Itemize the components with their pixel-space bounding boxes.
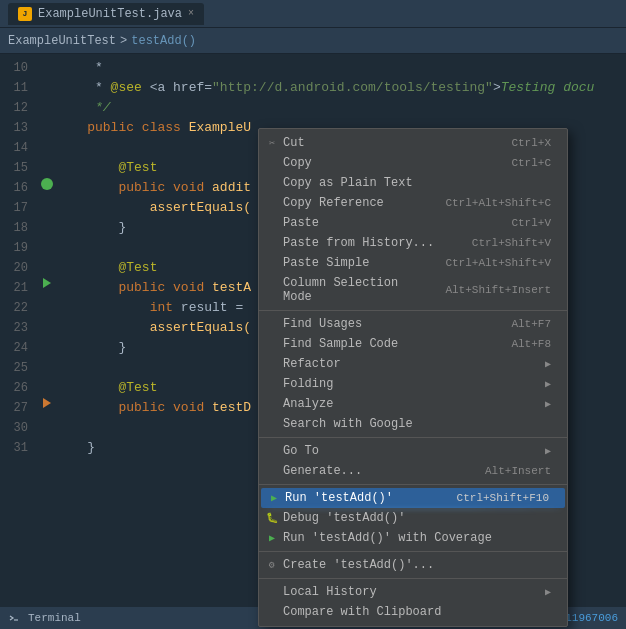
menu-debug-testadd-label: Debug 'testAdd()' xyxy=(283,511,531,525)
menu-paste-simple-shortcut: Ctrl+Alt+Shift+V xyxy=(445,257,551,269)
separator-3 xyxy=(259,484,567,485)
menu-create-testadd-label: Create 'testAdd()'... xyxy=(283,558,531,572)
tab-close-button[interactable]: × xyxy=(188,8,194,19)
breakpoint-icon xyxy=(41,178,53,190)
menu-paste-shortcut: Ctrl+V xyxy=(511,217,551,229)
run-coverage-icon: ▶ xyxy=(265,532,279,544)
refactor-submenu-arrow: ▶ xyxy=(545,358,551,370)
line-num-31: 31 xyxy=(0,438,38,458)
menu-item-create-testadd[interactable]: ⚙ Create 'testAdd()'... xyxy=(259,555,567,575)
separator-5 xyxy=(259,578,567,579)
terminal-tab[interactable]: Terminal xyxy=(8,612,81,624)
menu-item-local-history[interactable]: Local History ▶ xyxy=(259,582,567,602)
gutter-16 xyxy=(38,178,56,190)
menu-paste-label: Paste xyxy=(283,216,491,230)
line-num-13: 13 xyxy=(0,118,38,138)
menu-item-run-coverage[interactable]: ▶ Run 'testAdd()' with Coverage xyxy=(259,528,567,548)
debug-testadd-icon: 🐛 xyxy=(265,512,279,524)
menu-copy-plain-label: Copy as Plain Text xyxy=(283,176,531,190)
line-num-26: 26 xyxy=(0,378,38,398)
create-testadd-icon: ⚙ xyxy=(265,559,279,571)
menu-item-goto[interactable]: Go To ▶ xyxy=(259,441,567,461)
menu-paste-history-shortcut: Ctrl+Shift+V xyxy=(472,237,551,249)
menu-search-google-label: Search with Google xyxy=(283,417,531,431)
menu-find-sample-label: Find Sample Code xyxy=(283,337,491,351)
menu-column-selection-shortcut: Alt+Shift+Insert xyxy=(445,284,551,296)
menu-compare-clipboard-label: Compare with Clipboard xyxy=(283,605,531,619)
code-content-12: */ xyxy=(56,98,618,118)
menu-item-find-usages[interactable]: Find Usages Alt+F7 xyxy=(259,314,567,334)
analyze-submenu-arrow: ▶ xyxy=(545,398,551,410)
separator-1 xyxy=(259,310,567,311)
menu-item-copy-plain[interactable]: Copy as Plain Text xyxy=(259,173,567,193)
menu-generate-label: Generate... xyxy=(283,464,465,478)
menu-item-refactor[interactable]: Refactor ▶ xyxy=(259,354,567,374)
menu-run-testadd-shortcut: Ctrl+Shift+F10 xyxy=(457,492,549,504)
menu-paste-simple-label: Paste Simple xyxy=(283,256,425,270)
title-bar: J ExampleUnitTest.java × xyxy=(0,0,626,28)
local-history-submenu-arrow: ▶ xyxy=(545,586,551,598)
menu-find-sample-shortcut: Alt+F8 xyxy=(511,338,551,350)
menu-item-column-selection[interactable]: Column Selection Mode Alt+Shift+Insert xyxy=(259,273,567,307)
code-content-11: * @see <a href="http://d.android.com/too… xyxy=(56,78,618,98)
separator-4 xyxy=(259,551,567,552)
breadcrumb-method[interactable]: testAdd() xyxy=(131,34,196,48)
line-num-17: 17 xyxy=(0,198,38,218)
menu-item-copy-ref[interactable]: Copy Reference Ctrl+Alt+Shift+C xyxy=(259,193,567,213)
menu-item-compare-clipboard[interactable]: Compare with Clipboard xyxy=(259,602,567,622)
menu-analyze-label: Analyze xyxy=(283,397,545,411)
run-testadd-icon: ▶ xyxy=(267,492,281,504)
menu-copy-ref-label: Copy Reference xyxy=(283,196,425,210)
separator-2 xyxy=(259,437,567,438)
menu-copy-ref-shortcut: Ctrl+Alt+Shift+C xyxy=(445,197,551,209)
menu-run-coverage-label: Run 'testAdd()' with Coverage xyxy=(283,531,531,545)
line-num-15: 15 xyxy=(0,158,38,178)
file-tab[interactable]: J ExampleUnitTest.java × xyxy=(8,3,204,25)
line-num-23: 23 xyxy=(0,318,38,338)
menu-cut-label: Cut xyxy=(283,136,491,150)
context-menu: ✂ Cut Ctrl+X Copy Ctrl+C Copy as Plain T… xyxy=(258,128,568,627)
menu-find-usages-label: Find Usages xyxy=(283,317,491,331)
menu-paste-history-label: Paste from History... xyxy=(283,236,452,250)
menu-run-testadd-label: Run 'testAdd()' xyxy=(285,491,437,505)
goto-submenu-arrow: ▶ xyxy=(545,445,551,457)
terminal-label: Terminal xyxy=(28,612,81,624)
menu-item-generate[interactable]: Generate... Alt+Insert xyxy=(259,461,567,481)
breadcrumb: ExampleUnitTest > testAdd() xyxy=(0,28,626,54)
folding-submenu-arrow: ▶ xyxy=(545,378,551,390)
menu-copy-shortcut: Ctrl+C xyxy=(511,157,551,169)
menu-item-paste-simple[interactable]: Paste Simple Ctrl+Alt+Shift+V xyxy=(259,253,567,273)
line-num-22: 22 xyxy=(0,298,38,318)
line-num-30: 30 xyxy=(0,418,38,438)
menu-item-analyze[interactable]: Analyze ▶ xyxy=(259,394,567,414)
menu-item-paste-history[interactable]: Paste from History... Ctrl+Shift+V xyxy=(259,233,567,253)
menu-item-find-sample[interactable]: Find Sample Code Alt+F8 xyxy=(259,334,567,354)
file-tab-label: ExampleUnitTest.java xyxy=(38,7,182,21)
menu-generate-shortcut: Alt+Insert xyxy=(485,465,551,477)
run-arrow-right-icon xyxy=(43,398,51,408)
code-line-11: 11 * @see <a href="http://d.android.com/… xyxy=(0,78,626,98)
breadcrumb-class[interactable]: ExampleUnitTest xyxy=(8,34,116,48)
line-num-12: 12 xyxy=(0,98,38,118)
gutter-21 xyxy=(38,278,56,288)
code-line-10: 10 * xyxy=(0,58,626,78)
menu-copy-label: Copy xyxy=(283,156,491,170)
menu-item-run-testadd[interactable]: ▶ Run 'testAdd()' Ctrl+Shift+F10 xyxy=(261,488,565,508)
menu-column-selection-label: Column Selection Mode xyxy=(283,276,425,304)
line-num-24: 24 xyxy=(0,338,38,358)
menu-local-history-label: Local History xyxy=(283,585,545,599)
line-num-20: 20 xyxy=(0,258,38,278)
menu-item-debug-testadd[interactable]: 🐛 Debug 'testAdd()' xyxy=(259,508,567,528)
menu-item-search-google[interactable]: Search with Google xyxy=(259,414,567,434)
menu-find-usages-shortcut: Alt+F7 xyxy=(511,318,551,330)
code-line-12: 12 */ xyxy=(0,98,626,118)
menu-item-paste[interactable]: Paste Ctrl+V xyxy=(259,213,567,233)
line-num-25: 25 xyxy=(0,358,38,378)
menu-item-cut[interactable]: ✂ Cut Ctrl+X xyxy=(259,133,567,153)
menu-item-copy[interactable]: Copy Ctrl+C xyxy=(259,153,567,173)
menu-item-folding[interactable]: Folding ▶ xyxy=(259,374,567,394)
menu-goto-label: Go To xyxy=(283,444,545,458)
line-num-19: 19 xyxy=(0,238,38,258)
line-num-14: 14 xyxy=(0,138,38,158)
line-num-18: 18 xyxy=(0,218,38,238)
